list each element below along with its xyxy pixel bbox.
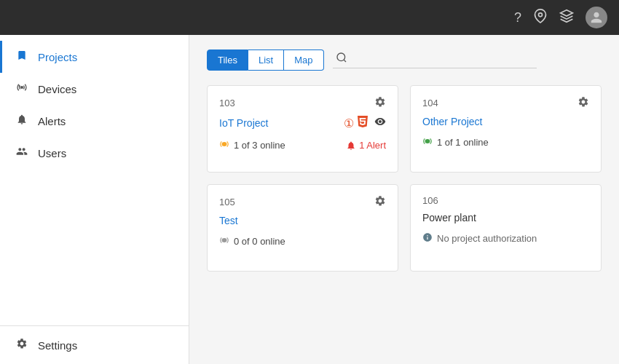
project-name-103[interactable]: IoT Project [219, 117, 268, 129]
map-icon[interactable] [533, 9, 548, 27]
tile-id-105: 105 [219, 197, 235, 207]
tiles-button[interactable]: Tiles [207, 50, 248, 71]
settings-icon [15, 338, 29, 352]
no-auth-text-106: No project authorization [437, 233, 537, 244]
main-layout: Projects Devices Alerts [0, 35, 619, 364]
tile-name-row-103: IoT Project ① [219, 116, 386, 130]
users-icon [15, 146, 29, 160]
svg-point-2 [20, 86, 23, 89]
eye-icon [374, 116, 386, 130]
user-avatar[interactable] [586, 7, 607, 28]
online-status-icon-105 [219, 235, 229, 248]
alert-text-103: 1 Alert [359, 140, 386, 151]
layers-icon[interactable] [559, 9, 574, 27]
tile-name-row-104: Other Project [422, 116, 589, 127]
html5-icon: ① [344, 116, 368, 130]
sidebar-item-projects[interactable]: Projects [0, 41, 189, 73]
project-tile-103: 103 IoT Project ① [207, 85, 398, 173]
bookmark-icon [15, 50, 29, 64]
sidebar-item-alerts[interactable]: Alerts [0, 105, 189, 137]
help-icon[interactable]: ? [514, 10, 521, 25]
sidebar-label-users: Users [38, 147, 66, 159]
search-container [333, 52, 537, 68]
tile-footer-106: No project authorization [422, 232, 589, 245]
project-name-105[interactable]: Test [219, 215, 238, 226]
svg-marker-1 [561, 9, 573, 15]
view-controls: Tiles List Map [207, 50, 602, 71]
tile-header-104: 104 [422, 96, 589, 110]
gear-icon-105[interactable] [374, 195, 386, 209]
tile-name-row-105: Test [219, 215, 386, 226]
online-status-icon-104 [422, 136, 433, 149]
project-tile-105: 105 Test 0 of 0 on [207, 184, 398, 272]
svg-point-3 [337, 53, 345, 61]
search-button[interactable] [333, 52, 350, 66]
tile-id-106: 106 [422, 195, 438, 206]
content-area: Tiles List Map 103 [189, 35, 619, 364]
map-button[interactable]: Map [284, 50, 323, 71]
tile-name-row-106: Power plant [422, 212, 589, 223]
tile-id-103: 103 [219, 98, 235, 108]
sidebar-footer: Settings [0, 325, 189, 364]
online-count-104: 1 of 1 online [437, 137, 489, 148]
project-name-106: Power plant [422, 212, 476, 223]
project-name-104[interactable]: Other Project [422, 116, 482, 127]
svg-line-4 [344, 60, 346, 62]
sidebar-label-alerts: Alerts [38, 115, 66, 127]
project-tile-106: 106 Power plant No project authorization [410, 184, 602, 272]
tile-header-103: 103 [219, 96, 386, 110]
tile-header-105: 105 [219, 195, 386, 209]
tiles-grid: 103 IoT Project ① [207, 85, 602, 272]
tile-id-104: 104 [422, 98, 438, 108]
alert-badge-103: 1 Alert [346, 140, 386, 151]
online-count-103: 1 of 3 online [234, 140, 285, 151]
sidebar-label-projects: Projects [38, 51, 77, 63]
tile-footer-103: 1 of 3 online 1 Alert [219, 139, 386, 151]
tile-footer-105: 0 of 0 online [219, 235, 386, 248]
project-tile-104: 104 Other Project [410, 85, 602, 173]
info-icon-106 [422, 232, 433, 245]
gear-icon-103[interactable] [374, 96, 386, 110]
list-button[interactable]: List [248, 50, 284, 71]
topbar: ? [0, 0, 619, 35]
search-input[interactable] [350, 53, 537, 65]
sidebar-item-settings[interactable]: Settings [0, 329, 189, 361]
gear-icon-104[interactable] [577, 96, 589, 110]
svg-point-5 [222, 142, 226, 146]
tile-icons-103: ① [344, 116, 386, 130]
sidebar-label-settings: Settings [38, 339, 77, 352]
sidebar-item-devices[interactable]: Devices [0, 73, 189, 105]
tile-header-106: 106 [422, 195, 589, 206]
sidebar-nav: Projects Devices Alerts [0, 35, 189, 325]
sidebar-label-devices: Devices [38, 83, 76, 95]
bell-icon [15, 114, 29, 128]
tile-footer-104: 1 of 1 online [422, 136, 589, 149]
online-status-icon-103 [219, 139, 229, 151]
sidebar: Projects Devices Alerts [0, 35, 189, 364]
online-count-105: 0 of 0 online [234, 236, 285, 247]
svg-point-0 [539, 12, 543, 16]
sidebar-item-users[interactable]: Users [0, 137, 189, 169]
devices-icon [15, 82, 29, 96]
